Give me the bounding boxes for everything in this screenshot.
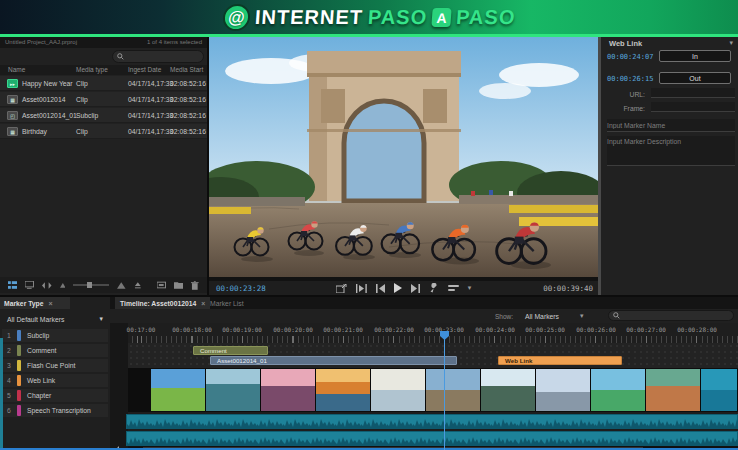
- zoom-in-thumb-icon[interactable]: [117, 281, 126, 289]
- clip-thumbnail[interactable]: [206, 369, 261, 411]
- item-label: Comment: [27, 347, 56, 354]
- at-glyph: @: [227, 7, 245, 27]
- item-number: 2: [7, 347, 11, 354]
- clip-thumbnail[interactable]: [591, 369, 646, 411]
- timeline-marker-lane[interactable]: Comment Asset0012014_01 Web Link: [128, 343, 738, 368]
- playhead-line[interactable]: [444, 333, 445, 450]
- zoom-out-thumb-icon[interactable]: [60, 282, 66, 288]
- play-in-to-out-icon[interactable]: [356, 284, 367, 293]
- new-bin-icon[interactable]: [174, 281, 183, 289]
- shuttle-icon[interactable]: [42, 282, 51, 289]
- marker-color-chip: [17, 360, 21, 371]
- table-row[interactable]: ▦ Asset0012014 Clip 04/17/14,17:33 02:08…: [0, 92, 207, 107]
- chevron-down-icon[interactable]: ▾: [580, 312, 584, 320]
- video-preview[interactable]: [209, 37, 598, 277]
- marker-filter-dropdown[interactable]: All Default Markers ▾: [4, 313, 106, 325]
- tab-label: Marker Type: [4, 300, 44, 307]
- out-button[interactable]: Out: [659, 72, 731, 84]
- project-column-headers[interactable]: Name Media type Ingest Date Media Start: [0, 65, 207, 75]
- ruler-ticks: [128, 336, 738, 343]
- list-item[interactable]: 5 Chapter: [2, 389, 108, 402]
- audio-track-2[interactable]: [126, 431, 738, 446]
- search-input[interactable]: [127, 53, 197, 60]
- item-label: Chapter: [27, 392, 51, 399]
- col-name[interactable]: Name: [8, 66, 25, 73]
- close-icon[interactable]: ×: [49, 300, 53, 307]
- comment-marker[interactable]: Comment: [193, 346, 268, 355]
- table-row[interactable]: ◰ Asset0012014_01 Subclip 04/17/14,17:33…: [0, 108, 207, 123]
- play-icon[interactable]: [394, 283, 402, 293]
- list-item[interactable]: 6 Speech Transcription: [2, 404, 108, 417]
- clip-thumbnail[interactable]: [316, 369, 371, 411]
- list-view-icon[interactable]: [8, 281, 17, 289]
- subclip-icon: ◰: [7, 111, 18, 120]
- brand-word-internet: INTERNET: [254, 6, 364, 29]
- list-item[interactable]: 1 Subclip: [2, 329, 108, 342]
- clip-thumbnail[interactable]: [151, 369, 206, 411]
- project-title: Untitled Project_AAJ.prproj: [5, 39, 77, 48]
- frame-input[interactable]: [651, 102, 735, 112]
- col-media-type[interactable]: Media type: [76, 66, 108, 73]
- marker-name-input[interactable]: [607, 119, 735, 132]
- audio-track-1[interactable]: [126, 414, 738, 429]
- tab-marker-list[interactable]: Marker List: [205, 297, 249, 309]
- clip-type: Clip: [76, 128, 88, 135]
- clip-ingest: 04/17/14,17:33: [128, 96, 173, 103]
- clip-thumbnail[interactable]: [646, 369, 701, 411]
- col-ingest-date[interactable]: Ingest Date: [128, 66, 161, 73]
- col-media-start[interactable]: Media Start: [170, 66, 203, 73]
- clip-thumbnail[interactable]: [261, 369, 316, 411]
- list-item[interactable]: 2 Comment: [2, 344, 108, 357]
- table-row[interactable]: ▦ Birthday Clip 04/17/14,17:33 02:08:52:…: [0, 124, 207, 139]
- project-search[interactable]: [112, 50, 204, 63]
- step-back-icon[interactable]: [376, 284, 385, 293]
- clip-type: Clip: [76, 80, 88, 87]
- clip-thumbnail[interactable]: [426, 369, 481, 411]
- item-number: 5: [7, 392, 11, 399]
- clip-icon: ▦: [7, 95, 18, 104]
- weblink-marker[interactable]: Web Link: [498, 356, 622, 365]
- marker-description-input[interactable]: [607, 136, 735, 166]
- out-timecode[interactable]: 00:00:26:15: [607, 75, 653, 83]
- tab-timeline[interactable]: Timeline: Asset0012014 ×: [115, 297, 210, 309]
- show-dropdown[interactable]: All Markers: [525, 313, 559, 320]
- list-item[interactable]: 3 Flash Cue Point: [2, 359, 108, 372]
- automate-sequence-icon[interactable]: [157, 281, 166, 289]
- clip-name: Asset0012014_01: [22, 112, 77, 119]
- trash-icon[interactable]: [191, 281, 199, 290]
- url-input[interactable]: [651, 88, 735, 98]
- subclip-marker[interactable]: Asset0012014_01: [210, 356, 457, 365]
- brand-word-paso-2: PASO: [455, 6, 516, 29]
- chevron-down-icon[interactable]: ▾: [468, 284, 472, 292]
- marker-type-title[interactable]: Web Link: [609, 39, 642, 48]
- site-banner: @ INTERNET PASO A PASO: [0, 0, 738, 37]
- proxy-toggle-icon[interactable]: [448, 284, 459, 292]
- clip-thumbnail[interactable]: [371, 369, 426, 411]
- sort-icon[interactable]: [134, 281, 142, 289]
- export-frame-icon[interactable]: [336, 284, 347, 293]
- in-timecode[interactable]: 00:00:24:07: [607, 53, 653, 61]
- marker-color-chip: [17, 330, 21, 341]
- timeline-toolbar: Show: All Markers ▾: [110, 309, 738, 323]
- slider-knob[interactable]: [87, 282, 92, 288]
- timeline-search[interactable]: [608, 310, 734, 321]
- video-track[interactable]: [128, 368, 738, 412]
- step-forward-icon[interactable]: [411, 284, 420, 293]
- clip-thumbnail[interactable]: [481, 369, 536, 411]
- in-button[interactable]: In: [659, 50, 731, 62]
- table-row[interactable]: ▸▸ Happy New Year Clip 04/17/14,17:33 02…: [0, 76, 207, 91]
- timeline-ruler[interactable]: 00:17:00 00:00:18:00 00:00:19:00 00:00:2…: [128, 323, 738, 343]
- search-input[interactable]: [623, 312, 723, 319]
- tab-label: Marker List: [210, 300, 244, 307]
- clip-thumbnail[interactable]: [536, 369, 591, 411]
- brand-logo: @ INTERNET PASO A PASO: [222, 4, 516, 31]
- thumbnail-zoom-slider[interactable]: [73, 284, 109, 286]
- clip-thumbnail[interactable]: [701, 369, 738, 411]
- icon-view-icon[interactable]: [25, 281, 34, 289]
- chevron-down-icon[interactable]: ▾: [729, 39, 733, 47]
- item-number: 4: [7, 377, 11, 384]
- tab-marker-type[interactable]: Marker Type ×: [0, 297, 70, 309]
- marker-color-chip: [17, 375, 21, 386]
- settings-wrench-icon[interactable]: [429, 283, 439, 293]
- list-item[interactable]: 4 Web Link: [2, 374, 108, 387]
